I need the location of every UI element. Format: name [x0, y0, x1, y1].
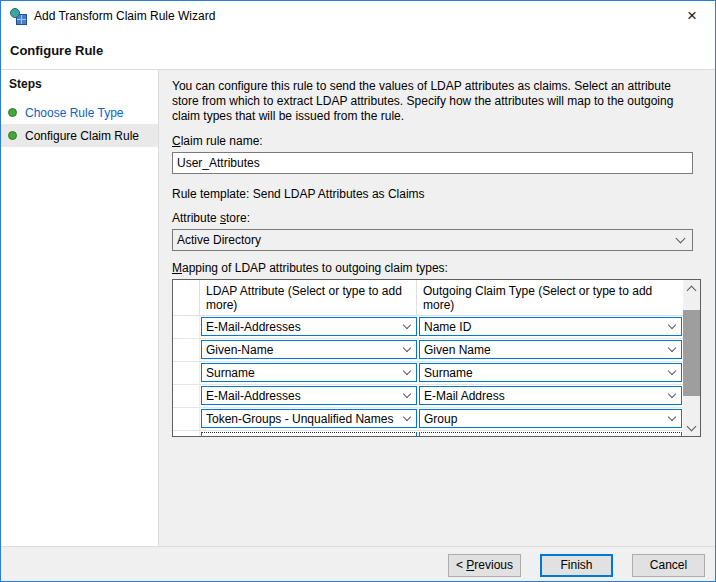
outgoing-claim-combobox[interactable]: Name ID — [419, 317, 682, 336]
combo-value: E-Mail-Addresses — [206, 389, 404, 403]
chevron-down-icon — [668, 389, 676, 397]
main-content: You can configure this rule to send the … — [159, 70, 715, 546]
attribute-store-label: Attribute store: — [172, 211, 701, 225]
intro-text: You can configure this rule to send the … — [172, 79, 690, 124]
chevron-down-icon — [676, 233, 686, 243]
mapping-table: LDAP Attribute (Select or type to add mo… — [172, 279, 701, 437]
combo-value: Token-Groups - Unqualified Names — [206, 412, 404, 426]
chevron-down-icon — [668, 366, 676, 374]
step-label: Configure Claim Rule — [25, 129, 139, 143]
scrollbar-track[interactable] — [683, 296, 700, 420]
outgoing-claim-combobox[interactable]: Given Name — [419, 340, 682, 359]
chevron-down-icon — [403, 389, 411, 397]
page-heading-band: Configure Rule — [1, 31, 715, 70]
ldap-attribute-combobox[interactable]: E-Mail-Addresses — [201, 317, 417, 336]
combo-value: Name ID — [424, 320, 669, 334]
mapping-label: Mapping of LDAP attributes to outgoing c… — [172, 261, 701, 275]
combo-value: Group — [424, 412, 669, 426]
combo-value: Surname — [206, 366, 404, 380]
chevron-down-icon — [403, 343, 411, 351]
rule-template-text: Rule template: Send LDAP Attributes as C… — [172, 187, 701, 201]
chevron-down-icon — [403, 412, 411, 420]
table-row-new-entry[interactable] — [173, 431, 683, 436]
table-row: E-Mail-Addresses Name ID — [173, 316, 683, 339]
ldap-attribute-column-header: LDAP Attribute (Select or type to add mo… — [200, 280, 417, 315]
ldap-attribute-combobox[interactable]: Surname — [201, 363, 417, 382]
claim-rule-name-label: Claim rule name: — [172, 134, 701, 148]
chevron-down-icon — [668, 320, 676, 328]
scroll-down-icon[interactable] — [683, 420, 700, 436]
finish-button[interactable]: Finish — [540, 554, 613, 577]
chevron-down-icon — [403, 366, 411, 374]
outgoing-claim-combobox[interactable]: Surname — [419, 363, 682, 382]
row-selector-cell[interactable] — [173, 339, 200, 362]
step-dot-icon — [8, 131, 17, 140]
combo-value: Given Name — [424, 343, 669, 357]
grid-header-row: LDAP Attribute (Select or type to add mo… — [173, 280, 683, 316]
page-title: Configure Rule — [10, 43, 103, 58]
attribute-store-combobox[interactable]: Active Directory — [172, 229, 693, 251]
row-selector-header — [173, 280, 200, 315]
combo-value: Given-Name — [206, 343, 404, 357]
close-icon[interactable]: × — [677, 4, 707, 28]
ldap-attribute-combobox[interactable]: E-Mail-Addresses — [201, 386, 417, 405]
mapping-grid: LDAP Attribute (Select or type to add mo… — [173, 280, 683, 436]
previous-button[interactable]: < Previous — [448, 554, 521, 577]
footer-button-bar: < Previous Finish Cancel — [1, 546, 715, 582]
scroll-up-icon[interactable] — [683, 280, 700, 296]
claim-rule-name-input[interactable] — [172, 152, 693, 174]
steps-title: Steps — [1, 77, 158, 101]
combo-value: E-Mail-Addresses — [206, 320, 404, 334]
table-row: Surname Surname — [173, 362, 683, 385]
combo-value: E-Mail Address — [424, 389, 669, 403]
table-row: Given-Name Given Name — [173, 339, 683, 362]
chevron-down-icon — [403, 320, 411, 328]
outgoing-claim-combobox[interactable]: Group — [419, 409, 682, 428]
wizard-window: Add Transform Claim Rule Wizard × Config… — [0, 0, 716, 582]
outgoing-claim-combobox[interactable]: E-Mail Address — [419, 386, 682, 405]
row-selector-cell[interactable] — [173, 362, 200, 385]
cancel-button[interactable]: Cancel — [632, 554, 705, 577]
step-dot-icon — [8, 108, 17, 117]
outgoing-claim-column-header: Outgoing Claim Type (Select or type to a… — [417, 280, 683, 315]
ldap-attribute-combobox[interactable]: Token-Groups - Unqualified Names — [201, 409, 417, 428]
steps-panel: Steps Choose Rule Type Configure Claim R… — [1, 70, 159, 546]
step-configure-claim-rule[interactable]: Configure Claim Rule — [1, 124, 158, 147]
ldap-attribute-combobox[interactable]: Given-Name — [201, 340, 417, 359]
chevron-down-icon — [668, 412, 676, 420]
row-selector-cell[interactable] — [173, 408, 200, 431]
title-bar: Add Transform Claim Rule Wizard × — [1, 1, 715, 31]
step-choose-rule-type[interactable]: Choose Rule Type — [1, 101, 158, 124]
vertical-scrollbar[interactable] — [683, 280, 700, 436]
row-selector-cell — [173, 431, 200, 436]
combo-value: Surname — [424, 366, 669, 380]
chevron-down-icon — [668, 343, 676, 351]
table-row: Token-Groups - Unqualified Names Group — [173, 408, 683, 431]
table-row: E-Mail-Addresses E-Mail Address — [173, 385, 683, 408]
row-selector-cell[interactable] — [173, 316, 200, 339]
row-selector-cell[interactable] — [173, 385, 200, 408]
window-title: Add Transform Claim Rule Wizard — [34, 9, 677, 23]
scrollbar-thumb[interactable] — [683, 310, 700, 396]
step-label: Choose Rule Type — [25, 106, 124, 120]
wizard-app-icon — [10, 8, 27, 25]
attribute-store-value: Active Directory — [177, 233, 677, 247]
